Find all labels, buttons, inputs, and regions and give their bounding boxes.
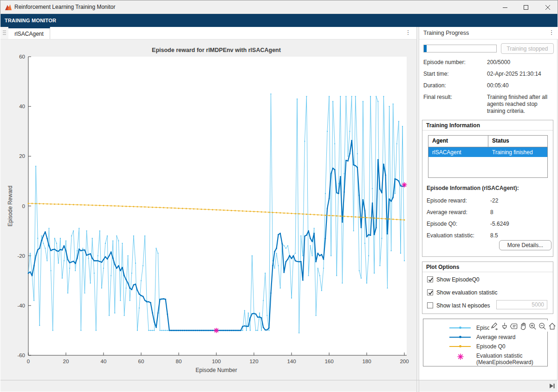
legend-label-line1: Evaluation statistic xyxy=(476,353,522,359)
checkbox-show-episodeq0[interactable]: Show EpisodeQ0 xyxy=(427,276,480,283)
legend-marker-dot xyxy=(459,345,461,347)
legend-marker-dot xyxy=(459,327,461,329)
svg-text:20: 20 xyxy=(63,359,69,364)
tab-bar-menu-icon[interactable]: ⋮ xyxy=(405,30,411,35)
section-title: Plot Options xyxy=(422,262,553,272)
legend-item-average-reward[interactable]: Average reward xyxy=(423,333,547,341)
svg-text:40: 40 xyxy=(19,104,25,109)
stop-button-label: Training stopped xyxy=(507,46,548,52)
chart-legend: Episode reward Average reward Episode Q0 xyxy=(423,319,548,366)
svg-text:-40: -40 xyxy=(17,303,25,308)
minimize-button[interactable] xyxy=(494,0,515,14)
panel-title: Training Progress xyxy=(423,30,469,36)
brush-icon[interactable] xyxy=(499,321,509,331)
episode-field-value: -5.6249 xyxy=(490,221,558,228)
episode-field-label: Episode reward: xyxy=(427,197,467,204)
checkbox-label: Show evaluation statistic xyxy=(436,289,497,296)
svg-text:-60: -60 xyxy=(17,353,25,358)
field-value: Training finished after all agents reach… xyxy=(487,94,555,115)
legend-label: Average reward xyxy=(476,334,516,340)
figure-pane: -60-40-200204060020406080100120140160180… xyxy=(0,39,416,380)
checkbox-box[interactable] xyxy=(427,302,433,308)
svg-text:140: 140 xyxy=(287,359,296,364)
training-progress-panel: Training stopped Episode number: 200/500… xyxy=(419,39,558,380)
status-bar-divider xyxy=(416,380,419,392)
field-value: 200/5000 xyxy=(487,59,555,66)
zoom-in-icon[interactable] xyxy=(528,321,538,331)
field-label: Start time: xyxy=(423,71,449,77)
checkbox-show-last-n-episodes[interactable]: Show last N episodes xyxy=(427,302,490,309)
more-details-label: More Details... xyxy=(507,242,543,248)
episode-info-title: Episode Information (rlSACAgent): xyxy=(427,185,519,191)
field-label: Episode number: xyxy=(423,59,466,65)
svg-text:0: 0 xyxy=(22,203,25,209)
agents-table: Agent Status rlSACAgent Training finishe… xyxy=(428,135,548,178)
window-title: Reinforcement Learning Training Monitor xyxy=(14,4,115,10)
svg-text:120: 120 xyxy=(249,359,258,364)
field-value: 00:05:40 xyxy=(487,82,555,89)
training-progress-header: Training Progress ⋮ xyxy=(419,27,558,39)
checkbox-box[interactable] xyxy=(427,289,433,295)
legend-marker-dot xyxy=(459,336,461,338)
cell-status: Training finished xyxy=(488,147,547,157)
legend-panel: Episode reward Average reward Episode Q0 xyxy=(419,319,558,373)
checkbox-label: Show last N episodes xyxy=(436,302,490,309)
panel-menu-icon[interactable]: ⋮ xyxy=(548,30,555,35)
export-plot-icon[interactable] xyxy=(489,321,499,331)
legend-item-episode-q0[interactable]: Episode Q0 xyxy=(423,342,547,351)
checkbox-label: Show EpisodeQ0 xyxy=(436,276,480,283)
maximize-button[interactable] xyxy=(515,0,536,14)
tab-rlsacagent[interactable]: rlSACAgent xyxy=(8,27,50,39)
document-tab-bar: rlSACAgent ⋮ xyxy=(0,27,416,39)
field-label: Final result: xyxy=(423,94,452,100)
svg-text:60: 60 xyxy=(138,359,144,364)
progress-fill xyxy=(424,45,427,52)
table-row[interactable]: rlSACAgent Training finished xyxy=(428,147,547,157)
asterisk-marker-icon xyxy=(457,353,464,360)
skip-to-end-icon[interactable] xyxy=(548,382,557,390)
window-titlebar: Reinforcement Learning Training Monitor xyxy=(0,0,558,14)
legend-label-line2: (MeanEpisodeReward) xyxy=(476,359,533,366)
checkbox-show-evaluation-statistic[interactable]: Show evaluation statistic xyxy=(427,289,497,296)
episode-field-value: 8.5 xyxy=(490,232,558,239)
training-information-section: Training Information Agent Status rlSACA… xyxy=(422,120,553,257)
svg-text:180: 180 xyxy=(362,359,371,364)
svg-text:60: 60 xyxy=(19,54,25,59)
column-header-status: Status xyxy=(488,136,547,147)
home-icon[interactable] xyxy=(547,321,557,331)
section-title: Training Information xyxy=(422,120,553,131)
svg-text:160: 160 xyxy=(324,359,333,364)
tab-grip-icon[interactable] xyxy=(0,27,9,39)
svg-text:-20: -20 xyxy=(17,253,25,259)
close-button[interactable] xyxy=(537,0,558,14)
episode-field-value: 8 xyxy=(490,209,558,216)
legend-label: Episode Q0 xyxy=(476,343,506,350)
last-n-episodes-input[interactable] xyxy=(496,300,547,309)
matlab-logo-icon xyxy=(5,4,12,11)
datatip-icon[interactable] xyxy=(509,321,519,331)
legend-item-evaluation-statistic[interactable]: Evaluation statistic (MeanEpisodeReward) xyxy=(423,352,547,366)
episode-field-label: Evaluation statistic: xyxy=(427,232,474,239)
ribbon-bar: TRAINING MONITOR xyxy=(0,14,558,27)
field-label: Duration: xyxy=(423,82,446,89)
ribbon-tab-training-monitor[interactable]: TRAINING MONITOR xyxy=(5,18,56,23)
pan-icon[interactable] xyxy=(519,321,528,331)
tab-label: rlSACAgent xyxy=(14,31,44,37)
training-stopped-button[interactable]: Training stopped xyxy=(501,43,554,54)
checkbox-box[interactable] xyxy=(427,276,433,282)
zoom-out-icon[interactable] xyxy=(538,321,547,331)
cell-agent: rlSACAgent xyxy=(428,147,488,157)
training-progress-bar xyxy=(423,45,497,52)
more-details-button[interactable]: More Details... xyxy=(499,240,552,250)
status-bar xyxy=(0,380,558,392)
episode-field-label: Average reward: xyxy=(427,209,467,216)
svg-text:100: 100 xyxy=(212,359,221,364)
svg-text:Episode Number: Episode Number xyxy=(195,367,237,373)
svg-text:0: 0 xyxy=(27,359,30,364)
svg-text:Episode Reward: Episode Reward xyxy=(7,185,13,226)
svg-text:200: 200 xyxy=(400,359,409,364)
svg-text:80: 80 xyxy=(176,359,182,364)
field-value: 02-Apr-2025 21:30:14 xyxy=(487,71,555,78)
table-header-row: Agent Status xyxy=(428,136,547,147)
plot-options-section: Plot Options Show EpisodeQ0 Show evaluat… xyxy=(422,261,553,314)
